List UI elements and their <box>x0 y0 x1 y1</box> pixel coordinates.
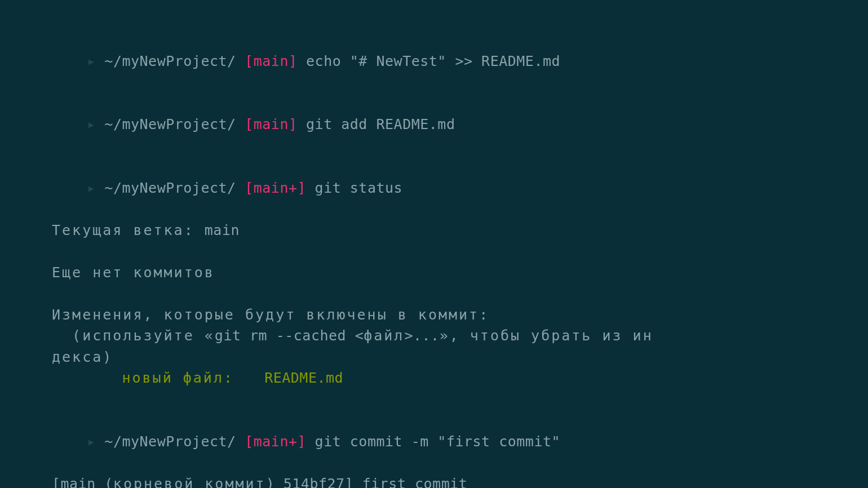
git-branch: [main+] <box>245 433 306 450</box>
prompt-line-2: ▸ ~/myNewProject/ [main] git add README.… <box>52 93 816 157</box>
prompt-arrow-icon: ▸ <box>87 53 96 69</box>
output-changes-header: Изменения, которые будут включены в комм… <box>52 304 816 326</box>
command-text: git commit -m "first commit" <box>315 433 560 450</box>
output-no-commits: Еще нет коммитов <box>52 262 816 283</box>
output-current-branch: Текущая ветка: main <box>52 220 816 241</box>
cwd: ~/myNewProject/ <box>104 180 236 196</box>
command-text: echo "# NewTest" >> README.md <box>306 53 560 69</box>
new-file-name: README.md <box>264 370 343 386</box>
git-branch: [main] <box>245 116 297 132</box>
prompt-line-1: ▸ ~/myNewProject/ [main] echo "# NewTest… <box>52 29 816 93</box>
prompt-arrow-icon: ▸ <box>87 180 96 196</box>
prompt-arrow-icon: ▸ <box>87 433 96 450</box>
cwd: ~/myNewProject/ <box>104 53 236 69</box>
cwd: ~/myNewProject/ <box>104 116 236 132</box>
command-text: git status <box>315 180 403 196</box>
output-new-file: новый файл: README.md <box>52 367 816 389</box>
output-commit-result: [main (корневой коммит) 514bf27] first c… <box>52 473 816 489</box>
terminal-output[interactable]: ▸ ~/myNewProject/ [main] echo "# NewTest… <box>52 29 816 488</box>
cwd: ~/myNewProject/ <box>104 433 236 450</box>
prompt-line-3: ▸ ~/myNewProject/ [main+] git status <box>52 156 816 220</box>
blank-line <box>52 241 816 262</box>
output-hint-line-2: декса) <box>52 347 816 368</box>
git-branch: [main] <box>245 53 297 69</box>
command-text: git add README.md <box>306 116 455 132</box>
prompt-arrow-icon: ▸ <box>87 116 96 132</box>
new-file-label: новый файл: <box>122 370 264 386</box>
git-branch: [main+] <box>245 180 306 196</box>
output-hint-line: (используйте «git rm --cached <файл>...»… <box>52 325 816 347</box>
blank-line <box>52 283 816 304</box>
blank-line <box>52 389 816 410</box>
prompt-line-4: ▸ ~/myNewProject/ [main+] git commit -m … <box>52 410 816 473</box>
